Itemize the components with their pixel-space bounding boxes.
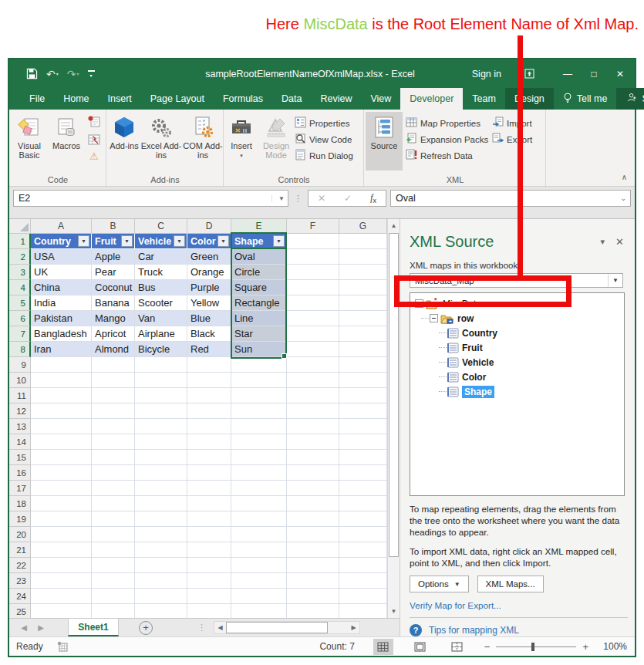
cell-C21[interactable] — [135, 542, 187, 558]
cell-F20[interactable] — [287, 527, 339, 542]
row-header-12[interactable]: 12 — [9, 403, 31, 419]
map-properties-button[interactable]: Map Properties — [406, 115, 492, 131]
cell-B12[interactable] — [92, 403, 135, 419]
tab-tell-me[interactable]: Tell me — [554, 88, 617, 110]
cell-B11[interactable] — [92, 388, 135, 403]
expansion-packs-button[interactable]: Expansion Packs — [406, 131, 492, 147]
cell-A14[interactable] — [31, 434, 92, 450]
cell-G21[interactable] — [339, 542, 387, 558]
cell-C25[interactable] — [135, 604, 187, 618]
cell-E22[interactable] — [231, 558, 287, 573]
zoom-level[interactable]: 100% — [598, 641, 627, 652]
view-code-button[interactable]: View Code — [295, 131, 362, 147]
cell-C4[interactable]: Bus — [135, 280, 187, 295]
cell-A6[interactable]: Pakistan — [31, 311, 92, 326]
previous-sheet-icon[interactable]: ◀ — [15, 619, 32, 636]
cell-A9[interactable] — [31, 357, 92, 373]
cell-A2[interactable]: USA — [31, 249, 92, 265]
cell-F3[interactable] — [287, 265, 339, 280]
tree-item-row[interactable]: row — [410, 311, 624, 326]
tips-link[interactable]: ? Tips for mapping XML — [410, 624, 635, 636]
column-header-D[interactable]: D — [187, 219, 231, 234]
cell-A4[interactable]: China — [31, 280, 92, 295]
cell-G20[interactable] — [339, 527, 387, 542]
cell-C7[interactable]: Airplane — [135, 326, 187, 342]
cell-B14[interactable] — [92, 434, 135, 450]
cell-B1[interactable]: Fruit▼ — [92, 234, 135, 249]
cell-E6[interactable]: Line — [231, 311, 287, 326]
cell-F19[interactable] — [287, 511, 339, 527]
cell-E10[interactable] — [231, 373, 287, 388]
macro-record-icon[interactable] — [57, 641, 68, 652]
formula-bar-splitter[interactable]: ⋮ — [294, 194, 302, 204]
cell-G23[interactable] — [339, 573, 387, 589]
cell-D7[interactable]: Black — [187, 326, 231, 342]
cell-B15[interactable] — [92, 450, 135, 465]
cell-F16[interactable] — [287, 465, 339, 481]
cell-C8[interactable]: Bicycle — [135, 342, 187, 357]
excel-add-ins-button[interactable]: Excel Add-ins — [140, 112, 182, 174]
scroll-up-icon[interactable]: ▲ — [388, 219, 400, 232]
cell-D19[interactable] — [187, 511, 231, 527]
source-button[interactable]: Source — [366, 112, 403, 170]
cell-B10[interactable] — [92, 373, 135, 388]
cell-E7[interactable]: Star — [231, 326, 287, 342]
cell-B8[interactable]: Almond — [92, 342, 135, 357]
column-header-A[interactable]: A — [31, 219, 92, 234]
cell-D1[interactable]: Color▼ — [187, 234, 231, 249]
cell-E16[interactable] — [231, 465, 287, 481]
cell-E9[interactable] — [231, 357, 287, 373]
cell-A21[interactable] — [31, 542, 92, 558]
cell-B18[interactable] — [92, 496, 135, 511]
cell-C11[interactable] — [135, 388, 187, 403]
tab-insert[interactable]: Insert — [99, 88, 141, 110]
scroll-left-icon[interactable]: ◀ — [214, 622, 226, 633]
cell-A23[interactable] — [31, 573, 92, 589]
cell-D5[interactable]: Yellow — [187, 295, 231, 311]
refresh-data-button[interactable]: Refresh Data — [406, 147, 492, 164]
pane-options-icon[interactable]: ▾ — [601, 237, 605, 247]
cell-B17[interactable] — [92, 481, 135, 496]
cell-A24[interactable] — [31, 589, 92, 604]
cell-D13[interactable] — [187, 419, 231, 434]
row-header-15[interactable]: 15 — [9, 450, 31, 465]
cell-G19[interactable] — [339, 511, 387, 527]
collapse-ribbon-icon[interactable]: ∧ — [622, 173, 627, 181]
chevron-down-icon[interactable]: ▼ — [608, 274, 622, 287]
cell-D8[interactable]: Red — [187, 342, 231, 357]
row-header-6[interactable]: 6 — [9, 311, 31, 326]
cell-A11[interactable] — [31, 388, 92, 403]
new-sheet-button[interactable]: + — [139, 621, 153, 635]
cell-F21[interactable] — [287, 542, 339, 558]
customize-qat-icon[interactable]: ▾ — [88, 70, 95, 78]
cell-E1[interactable]: Shape▼ — [231, 234, 287, 249]
column-header-C[interactable]: C — [135, 219, 187, 234]
cancel-icon[interactable]: ✕ — [318, 193, 325, 204]
filter-dropdown-icon[interactable]: ▼ — [217, 235, 229, 247]
cell-B6[interactable]: Mango — [92, 311, 135, 326]
cell-E14[interactable] — [231, 434, 287, 450]
collapse-toggle-icon[interactable] — [430, 314, 438, 322]
cell-B24[interactable] — [92, 589, 135, 604]
row-header-19[interactable]: 19 — [9, 511, 31, 527]
cell-E15[interactable] — [231, 450, 287, 465]
cell-A5[interactable]: India — [31, 295, 92, 311]
tab-design[interactable]: Design — [505, 88, 554, 110]
cell-D4[interactable]: Purple — [187, 280, 231, 295]
page-break-view-icon[interactable] — [447, 639, 467, 655]
cell-C14[interactable] — [135, 434, 187, 450]
cell-F17[interactable] — [287, 481, 339, 496]
pane-close-icon[interactable]: ✕ — [615, 236, 624, 248]
cell-F9[interactable] — [287, 357, 339, 373]
tab-team[interactable]: Team — [463, 88, 505, 110]
cell-C20[interactable] — [135, 527, 187, 542]
cell-D2[interactable]: Green — [187, 249, 231, 265]
cell-B21[interactable] — [92, 542, 135, 558]
visual-basic-button[interactable]: Visual Basic — [11, 112, 48, 174]
cell-G2[interactable] — [339, 249, 387, 265]
cell-F25[interactable] — [287, 604, 339, 618]
macros-button[interactable]: Macros — [48, 112, 85, 174]
cell-D12[interactable] — [187, 403, 231, 419]
cell-F13[interactable] — [287, 419, 339, 434]
cell-A7[interactable]: Bangladesh — [31, 326, 92, 342]
